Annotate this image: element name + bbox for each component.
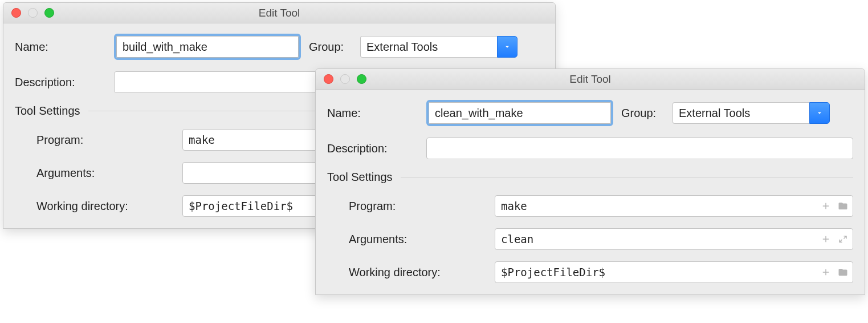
insert-macro-icon[interactable] bbox=[820, 200, 832, 212]
group-label: Group: bbox=[613, 107, 673, 120]
insert-macro-icon[interactable] bbox=[820, 233, 832, 245]
workdir-label: Working directory: bbox=[349, 266, 495, 279]
program-label: Program: bbox=[349, 200, 495, 213]
name-input[interactable] bbox=[116, 36, 299, 58]
description-input[interactable] bbox=[426, 138, 853, 159]
arguments-input[interactable] bbox=[495, 228, 853, 250]
tool-settings-label: Tool Settings bbox=[327, 171, 393, 184]
traffic-lights bbox=[316, 74, 366, 84]
window-title: Edit Tool bbox=[316, 73, 865, 86]
browse-folder-icon[interactable] bbox=[837, 267, 849, 278]
close-button[interactable] bbox=[324, 74, 333, 84]
tool-settings-label: Tool Settings bbox=[15, 104, 80, 118]
insert-macro-icon[interactable] bbox=[820, 267, 832, 278]
arguments-label: Arguments: bbox=[349, 233, 495, 246]
group-value[interactable]: External Tools bbox=[673, 102, 809, 124]
maximize-button[interactable] bbox=[357, 74, 366, 84]
traffic-lights bbox=[3, 8, 54, 18]
workdir-label: Working directory: bbox=[36, 200, 182, 213]
group-label: Group: bbox=[301, 41, 360, 54]
minimize-button[interactable] bbox=[28, 8, 38, 18]
group-select[interactable]: External Tools bbox=[673, 102, 830, 124]
dialog-body: Name: Group: External Tools Description:… bbox=[316, 90, 865, 294]
program-label: Program: bbox=[36, 134, 182, 147]
maximize-button[interactable] bbox=[44, 8, 54, 18]
browse-folder-icon[interactable] bbox=[837, 200, 849, 212]
chevron-down-icon[interactable] bbox=[497, 36, 517, 58]
window-title: Edit Tool bbox=[3, 7, 555, 19]
name-label: Name: bbox=[327, 107, 426, 120]
name-label: Name: bbox=[15, 41, 114, 54]
expand-icon[interactable] bbox=[837, 233, 849, 245]
titlebar[interactable]: Edit Tool bbox=[316, 69, 865, 90]
description-label: Description: bbox=[327, 142, 426, 155]
edit-tool-dialog-2: Edit Tool Name: Group: External Tools De… bbox=[315, 68, 865, 295]
workdir-input[interactable] bbox=[495, 261, 853, 283]
description-label: Description: bbox=[15, 76, 114, 89]
close-button[interactable] bbox=[11, 8, 21, 18]
program-input[interactable] bbox=[495, 195, 853, 217]
divider bbox=[401, 177, 853, 177]
chevron-down-icon[interactable] bbox=[809, 102, 830, 124]
minimize-button[interactable] bbox=[340, 74, 350, 84]
titlebar[interactable]: Edit Tool bbox=[3, 3, 555, 23]
tool-settings-heading: Tool Settings bbox=[327, 171, 853, 184]
group-value[interactable]: External Tools bbox=[360, 36, 497, 58]
group-select[interactable]: External Tools bbox=[360, 36, 517, 58]
arguments-label: Arguments: bbox=[36, 167, 182, 180]
name-focus-ring bbox=[426, 100, 613, 126]
name-input[interactable] bbox=[429, 102, 611, 124]
name-focus-ring bbox=[114, 34, 301, 60]
